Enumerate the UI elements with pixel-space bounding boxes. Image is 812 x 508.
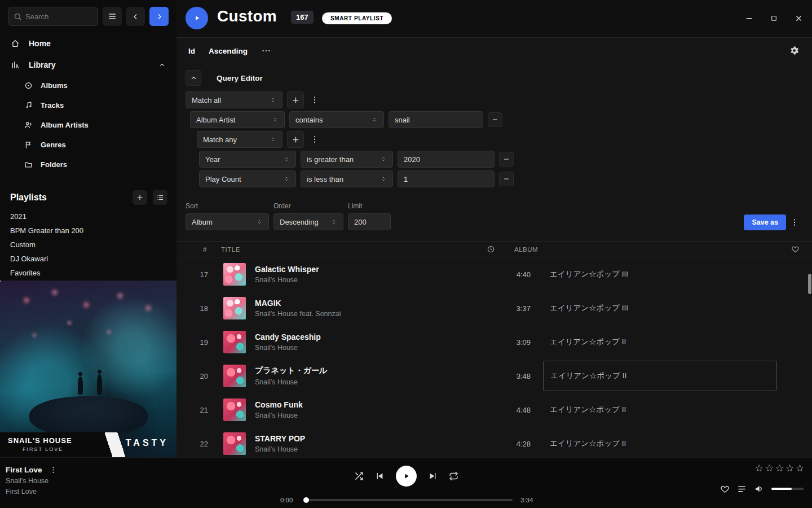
plus-icon — [292, 96, 300, 104]
more-options-icon[interactable] — [261, 46, 271, 56]
match-mode-select[interactable]: Match all — [186, 91, 283, 108]
play-icon — [402, 472, 411, 480]
sidebar-item-tracks[interactable]: Tracks — [0, 95, 176, 115]
sidebar-item-home[interactable]: Home — [0, 33, 176, 54]
column-title[interactable]: TITLE — [221, 246, 445, 253]
playlist-item[interactable]: Custom — [0, 238, 176, 252]
remove-rule-button[interactable] — [499, 172, 514, 186]
track-artwork — [223, 398, 246, 421]
track-table: # TITLE ALBUM 17 Galactic Whisper Snail'… — [176, 241, 812, 457]
close-button[interactable] — [791, 10, 806, 26]
sidebar-item-genres[interactable]: Genres — [0, 135, 176, 155]
column-duration[interactable] — [445, 245, 495, 253]
sidebar-item-library[interactable]: Library — [0, 54, 176, 76]
repeat-button[interactable] — [449, 471, 458, 481]
star-icon[interactable] — [775, 464, 784, 472]
previous-button[interactable] — [375, 471, 385, 481]
sort-direction-button[interactable]: Ascending — [209, 47, 248, 55]
favorite-button[interactable] — [720, 484, 730, 494]
nav-back-button[interactable] — [126, 7, 145, 26]
track-row[interactable]: 17 Galactic Whisper Snail's House 4:40 エ… — [176, 257, 812, 291]
seek-bar[interactable] — [304, 499, 513, 501]
save-as-button[interactable]: Save as — [744, 214, 786, 230]
track-number: 21 — [176, 406, 210, 414]
shuffle-button[interactable] — [354, 471, 364, 481]
track-row[interactable]: 21 Cosmo Funk Snail's House 4:48 エイリアン☆ポ… — [176, 393, 812, 427]
add-playlist-button[interactable] — [133, 190, 147, 205]
rule-operator-select[interactable]: is less than — [301, 170, 393, 187]
queue-button[interactable] — [737, 484, 747, 494]
track-album[interactable]: エイリアン☆ポップ II — [550, 337, 777, 347]
column-album[interactable]: ALBUM — [514, 246, 777, 253]
play-pause-button[interactable] — [396, 466, 417, 487]
add-rule-button[interactable] — [287, 91, 304, 108]
volume-slider[interactable] — [771, 488, 804, 490]
transport-controls — [0, 466, 812, 487]
star-icon[interactable] — [755, 464, 764, 472]
minimize-button[interactable] — [741, 10, 757, 26]
column-favorite[interactable] — [777, 245, 800, 253]
now-playing-artwork[interactable]: SNAIL'S HOUSE FIRST LOVE TASTY — [0, 281, 176, 457]
rule-value-input[interactable] — [404, 155, 488, 164]
play-playlist-button[interactable] — [186, 7, 208, 29]
column-number[interactable]: # — [176, 246, 210, 253]
limit-input[interactable] — [354, 218, 385, 226]
volume-button[interactable] — [754, 484, 764, 494]
track-album-focused[interactable]: エイリアン☆ポップ II — [543, 361, 777, 391]
remove-rule-button[interactable] — [499, 152, 514, 167]
collapse-query-editor-button[interactable] — [186, 70, 201, 86]
menu-button[interactable] — [103, 7, 122, 26]
track-row[interactable]: 20 プラネット・ガール Snail's House 3:48 エイリアン☆ポッ… — [176, 359, 812, 393]
limit-input-wrap — [348, 213, 391, 230]
scrollbar[interactable] — [807, 241, 812, 457]
star-icon[interactable] — [796, 464, 804, 472]
next-button[interactable] — [428, 471, 438, 481]
sidebar-item-albums[interactable]: Albums — [0, 76, 176, 95]
nav-forward-button[interactable] — [149, 7, 169, 26]
sidebar-item-album-artists[interactable]: Album Artists — [0, 115, 176, 135]
rule-field-select[interactable]: Play Count — [199, 170, 296, 187]
sidebar-item-label: Folders — [41, 160, 67, 169]
order-select[interactable]: Descending — [273, 213, 343, 230]
track-album[interactable]: エイリアン☆ポップ III — [550, 303, 777, 313]
maximize-icon — [770, 15, 778, 22]
scrollbar-thumb[interactable] — [808, 274, 811, 294]
rule-field-select[interactable]: Album Artist — [190, 111, 285, 128]
track-row[interactable]: 22 STARRY POP Snail's House 4:28 エイリアン☆ポ… — [176, 427, 812, 457]
submatch-mode-select[interactable]: Match any — [197, 131, 283, 148]
plus-icon — [292, 135, 300, 144]
playlist-item[interactable]: DJ Okawari — [0, 252, 176, 266]
rule-value-input[interactable] — [404, 175, 488, 183]
sort-select[interactable]: Album — [186, 213, 269, 230]
track-album[interactable]: エイリアン☆ポップ II — [550, 405, 777, 415]
track-row[interactable]: 19 Candy Spaceship Snail's House 3:09 エイ… — [176, 325, 812, 359]
elapsed-time: 0:00 — [280, 497, 296, 503]
playlist-item[interactable]: Favorites — [0, 266, 176, 280]
search-input[interactable] — [25, 7, 96, 25]
rule-operator-select[interactable]: contains — [289, 111, 384, 128]
maximize-button[interactable] — [766, 10, 782, 26]
track-album[interactable]: エイリアン☆ポップ III — [550, 269, 777, 279]
playlist-item[interactable]: BPM Greater than 200 — [0, 224, 176, 238]
playlist-item[interactable]: 2021 — [0, 209, 176, 224]
settings-gear-icon[interactable] — [789, 45, 800, 56]
unfold-icon — [272, 116, 279, 123]
remove-rule-button[interactable] — [488, 112, 502, 127]
sidebar-item-folders[interactable]: Folders — [0, 155, 176, 174]
track-album[interactable]: エイリアン☆ポップ II — [550, 439, 777, 449]
add-subrule-button[interactable] — [287, 131, 304, 148]
rule-field-select[interactable]: Year — [199, 151, 296, 168]
star-icon[interactable] — [785, 464, 794, 472]
track-count-badge: 167 — [291, 11, 314, 24]
star-icon[interactable] — [765, 464, 774, 472]
subgroup-options-button[interactable] — [308, 131, 321, 148]
group-options-button[interactable] — [308, 91, 321, 108]
playlist-view-button[interactable] — [153, 190, 167, 205]
track-row[interactable]: 18 MAGIK Snail's House feat. Sennzai 3:3… — [176, 291, 812, 325]
skip-previous-icon — [375, 471, 385, 481]
rule-value-input[interactable] — [395, 116, 477, 124]
save-options-button[interactable] — [788, 214, 801, 231]
rule-operator-select[interactable]: is greater than — [301, 151, 393, 168]
seek-handle[interactable] — [303, 497, 309, 503]
sort-field-button[interactable]: Id — [188, 47, 195, 55]
